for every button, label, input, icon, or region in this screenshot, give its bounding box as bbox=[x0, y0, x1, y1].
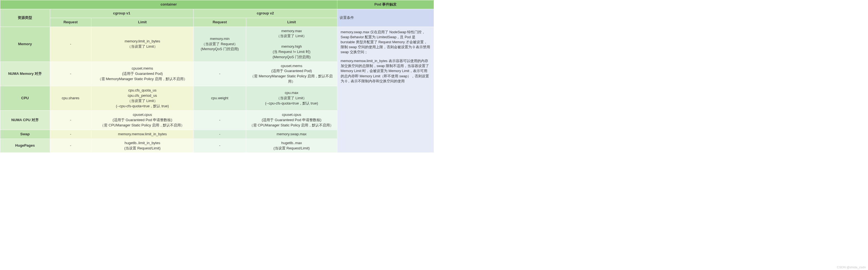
row-label: NUMA CPU 对齐 bbox=[0, 111, 50, 130]
cell-v1-limit: memory.limit_in_bytes（当设置了 Limit） bbox=[91, 27, 194, 62]
cell-v1-limit: hugetlb..limit_in_bytes(当设置 Request/Limi… bbox=[91, 139, 194, 153]
header-container: container bbox=[0, 0, 337, 9]
header-pod-trigger: Pod 事件触发 bbox=[337, 0, 434, 9]
cell-v1-request: - bbox=[50, 27, 91, 62]
header-resource-type: 资源类型 bbox=[0, 9, 50, 27]
cell-v1-limit: cpuset.mems(适用于 Guaranteed Pod)（需 Memory… bbox=[91, 62, 194, 86]
cell-v2-request: - bbox=[194, 62, 246, 86]
pod-condition-body: memory.swap.max 仅在启用了 NodeSwap 特性门控，Swap… bbox=[337, 27, 434, 153]
header-cgroup-v2: cgroup v2 bbox=[194, 9, 337, 18]
cell-v2-limit: cpuset.cpus(适用于 Guaranteed Pod 申请整数核)（需 … bbox=[246, 111, 337, 130]
header-v2-limit: Limit bbox=[246, 18, 337, 27]
cell-v1-request: - bbox=[50, 111, 91, 130]
row-label: Swap bbox=[0, 130, 50, 139]
cell-v1-request: - bbox=[50, 130, 91, 139]
pod-condition-p2: memory.memsw.limit_in_bytes 表示容器可以使用的内存加… bbox=[341, 59, 430, 84]
cell-v1-limit: cpu.cfs_quota_uscpu.cfs_period_us（当设置了 L… bbox=[91, 86, 194, 110]
row-label: Memory bbox=[0, 27, 50, 62]
cell-v1-request: - bbox=[50, 62, 91, 86]
row-label: HugePages bbox=[0, 139, 50, 153]
header-v2-request: Request bbox=[194, 18, 246, 27]
cell-v1-limit: cpuset.cpus(适用于 Guaranteed Pod 申请整数核)（需 … bbox=[91, 111, 194, 130]
table-header: container Pod 事件触发 资源类型 cgroup v1 cgroup… bbox=[0, 0, 434, 27]
cell-v2-request: cpu.weight bbox=[194, 86, 246, 110]
header-v1-request: Request bbox=[50, 18, 91, 27]
cell-v2-request: - bbox=[194, 130, 246, 139]
header-cgroup-v1: cgroup v1 bbox=[50, 9, 194, 18]
cell-v1-request: - bbox=[50, 139, 91, 153]
cell-v2-limit: memory.swap.max bbox=[246, 130, 337, 139]
pod-condition-p1: memory.swap.max 仅在启用了 NodeSwap 特性门控，Swap… bbox=[341, 30, 430, 55]
cell-v2-request: memory.min（当设置了 Request）(MemoryQoS 门控启用) bbox=[194, 27, 246, 62]
cell-v2-request: - bbox=[194, 139, 246, 153]
cell-v2-limit: memory.max（当设置了 Limit）memory.high(当 Requ… bbox=[246, 27, 337, 62]
header-v1-limit: Limit bbox=[91, 18, 194, 27]
cell-v2-limit: cpuset.mems(适用于 Guaranteed Pod)（需 Memory… bbox=[246, 62, 337, 86]
header-set-condition: 设置条件 bbox=[337, 9, 434, 27]
cell-v2-limit: cpu.max（当设置了 Limit）(--cpu-cfs-quota=true… bbox=[246, 86, 337, 110]
table-row: Memory-memory.limit_in_bytes（当设置了 Limit）… bbox=[0, 27, 434, 62]
resource-cgroup-table: container Pod 事件触发 资源类型 cgroup v1 cgroup… bbox=[0, 0, 434, 153]
cell-v1-request: cpu.shares bbox=[50, 86, 91, 110]
cell-v2-limit: hugetlb..max(当设置 Request/Limit) bbox=[246, 139, 337, 153]
row-label: NUMA Memory 对齐 bbox=[0, 62, 50, 86]
cell-v2-request: - bbox=[194, 111, 246, 130]
row-label: CPU bbox=[0, 86, 50, 110]
cell-v1-limit: memory.memsw.limit_in_bytes bbox=[91, 130, 194, 139]
table-body: Memory-memory.limit_in_bytes（当设置了 Limit）… bbox=[0, 27, 434, 153]
